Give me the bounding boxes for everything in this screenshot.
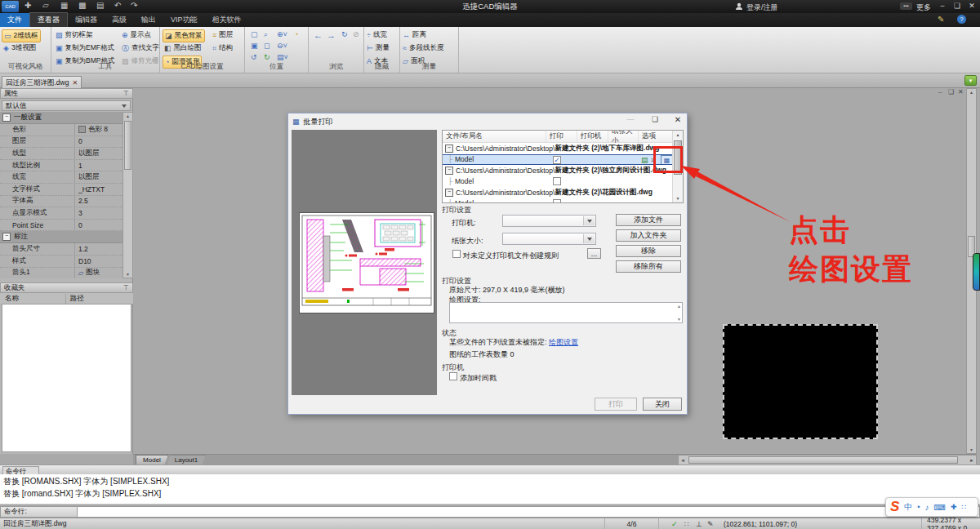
property-row[interactable]: 箭头尺寸1.2 <box>0 243 122 256</box>
property-group-dimension[interactable]: −标注 <box>0 231 122 243</box>
view-3d-button[interactable]: ◈3维视图 <box>2 42 38 54</box>
print-button[interactable]: 打印 <box>595 398 637 411</box>
scroll-down-icon[interactable]: ▼ <box>967 447 976 453</box>
print-checkbox[interactable] <box>553 199 561 204</box>
scroll-down-icon[interactable]: ▼ <box>123 271 132 278</box>
menu-viewer[interactable]: 查看器 <box>29 12 68 28</box>
find-text-button[interactable]: Ⓐ查找文字 <box>120 42 161 54</box>
zoom-out-icon[interactable]: ⊖˅ <box>277 42 287 50</box>
ime-lang-icon[interactable]: 中 <box>904 501 912 513</box>
lineweight-button[interactable]: ÷线宽 <box>365 29 389 41</box>
ime-keyboard-icon[interactable]: ⌨ <box>934 503 946 512</box>
property-group-general[interactable]: −一般设置 <box>0 112 122 124</box>
preview-icon[interactable]: ▤ <box>641 156 648 164</box>
scroll-left-icon[interactable]: ◄ <box>680 458 685 463</box>
favorites-list[interactable] <box>2 304 131 452</box>
pan-view-icon[interactable]: ▢ <box>251 31 258 38</box>
col-options[interactable]: 选项 <box>639 131 673 142</box>
menu-output[interactable]: 输出 <box>134 13 163 27</box>
file-row[interactable]: − C:\Users\Administrator\Desktop\新建文件夹 (… <box>443 143 683 154</box>
layers-button[interactable]: ≡图层 <box>211 29 234 41</box>
zoom-window-icon[interactable]: ⌕ <box>264 31 268 38</box>
draw-settings-box[interactable]: ▲ ▼ <box>449 302 683 323</box>
property-grid-scrollbar[interactable]: ▲ ▼ <box>122 112 133 278</box>
dialog-minimize-icon[interactable]: — <box>621 115 639 123</box>
feedback-pencil-icon[interactable]: ✎ <box>938 15 944 24</box>
scroll-up-icon[interactable]: ▲ <box>967 89 976 96</box>
col-file-layout[interactable]: 文件/布局名 <box>443 131 546 142</box>
tab-list-dropdown[interactable]: ▼ <box>964 75 977 86</box>
measure-toggle-button[interactable]: ⊢测量 <box>365 42 391 54</box>
collapse-icon[interactable]: − <box>445 144 453 153</box>
spin-down-icon[interactable]: ▼ <box>677 317 681 322</box>
pin-icon[interactable]: ⊤ <box>123 284 129 291</box>
file-row[interactable]: − C:\Users\Administrator\Desktop\新建文件夹 (… <box>443 187 683 198</box>
paper-size-select[interactable] <box>502 233 596 245</box>
property-row[interactable]: 图层0 <box>0 136 122 149</box>
show-points-button[interactable]: ⊕显示点 <box>120 29 153 41</box>
ime-symbol-icon[interactable]: • <box>917 503 920 511</box>
draw-settings-link[interactable]: 绘图设置 <box>549 338 578 346</box>
ime-skin-icon[interactable]: ✚ <box>951 503 957 511</box>
property-row[interactable]: 线型比例1 <box>0 160 122 172</box>
property-row[interactable]: 色彩色彩 8 <box>0 124 122 136</box>
spin-up-icon[interactable]: ▲ <box>677 304 681 309</box>
layout-row-selected[interactable]: ├ Model ✓ ▤ ≡ ▦ <box>443 154 683 166</box>
property-row[interactable]: 点显示模式3 <box>0 207 122 220</box>
sogou-logo-icon[interactable]: S <box>890 499 899 515</box>
print-checkbox[interactable] <box>553 177 561 185</box>
col-printer[interactable]: 打印机 <box>577 131 608 142</box>
bw-drawing-button[interactable]: ◧黑白绘图 <box>163 42 203 54</box>
pan-hand-icon[interactable]: ◔ <box>294 31 298 38</box>
layout-row[interactable]: ├ Model <box>443 176 683 188</box>
property-row[interactable]: 箭头1▱图块 <box>0 268 122 278</box>
col-paper-size[interactable]: 纸张大小 <box>608 131 639 142</box>
close-button[interactable]: ✕ <box>965 2 978 10</box>
remove-all-button[interactable]: 移除所有 <box>616 260 681 273</box>
property-row[interactable]: 线宽以图层 <box>0 171 122 184</box>
zoom-in-icon[interactable]: ⊕˅ <box>277 31 287 38</box>
mdi-minimize-icon[interactable]: – <box>938 88 942 96</box>
clip-frame-button[interactable]: ▧剪切框架 <box>54 29 95 41</box>
help-icon[interactable]: ? <box>957 15 966 24</box>
rule-checkbox[interactable] <box>452 250 461 258</box>
dialog-close-icon[interactable]: ✕ <box>669 115 687 124</box>
collapse-icon[interactable]: − <box>445 167 453 175</box>
ortho-icon[interactable]: ⊥ <box>696 520 702 528</box>
restore-button[interactable]: ❏ <box>951 2 964 10</box>
rotate-right-icon[interactable]: ↻ <box>264 54 270 61</box>
mdi-close-icon[interactable]: ✕ <box>958 88 964 96</box>
menu-editor[interactable]: 编辑器 <box>68 13 105 27</box>
favorites-col-name[interactable]: 名称 <box>0 294 65 304</box>
previous-view-icon[interactable]: ⊘ <box>353 31 359 38</box>
menu-related[interactable]: 相关软件 <box>205 13 249 27</box>
ime-toolbox-icon[interactable]: ∷ <box>961 503 966 511</box>
copy-emf-button[interactable]: ▣复制为EMF格式 <box>54 42 116 54</box>
scroll-right-icon[interactable]: ► <box>969 458 974 463</box>
distance-button[interactable]: ↔距离 <box>401 29 428 41</box>
drawing-frame[interactable] <box>723 324 878 439</box>
document-tab[interactable]: 回迁房三期详图.dwg ✕ <box>2 76 82 89</box>
file-row[interactable]: − C:\Users\Administrator\Desktop\新建文件夹 (… <box>443 165 683 176</box>
zoom-all-icon[interactable]: ◻ <box>264 42 270 50</box>
command-history[interactable]: 替换 [ROMANS.SHX] 字体为 [SIMPLEX.SHX] 替换 [ro… <box>0 474 980 505</box>
draft-pencil-icon[interactable]: ✎ <box>707 520 714 528</box>
mdi-restore-icon[interactable]: ❏ <box>948 88 954 96</box>
scroll-up-icon[interactable]: ▲ <box>123 113 132 119</box>
collapse-icon[interactable]: − <box>2 113 11 122</box>
property-preset-select[interactable]: 默认值 <box>2 100 131 111</box>
pin-icon[interactable]: ⊤ <box>123 90 129 97</box>
floating-palette-edge[interactable] <box>973 253 980 291</box>
property-row[interactable]: 样式D10 <box>0 256 122 268</box>
favorites-col-path[interactable]: 路径 <box>65 294 84 304</box>
snap-check-icon[interactable]: ✓ <box>671 520 678 528</box>
remove-button[interactable]: 移除 <box>616 245 681 257</box>
zoom-scale-icon[interactable]: ▤˅ <box>277 54 288 61</box>
timestamp-checkbox[interactable] <box>449 372 457 380</box>
collapse-icon[interactable]: − <box>2 233 11 241</box>
menu-advanced[interactable]: 高级 <box>105 13 134 27</box>
layout-row[interactable]: ├ Model <box>443 198 683 204</box>
browse-button[interactable]: ... <box>587 248 601 259</box>
minimize-button[interactable]: – <box>936 2 949 10</box>
col-print[interactable]: 打印 <box>546 131 577 142</box>
